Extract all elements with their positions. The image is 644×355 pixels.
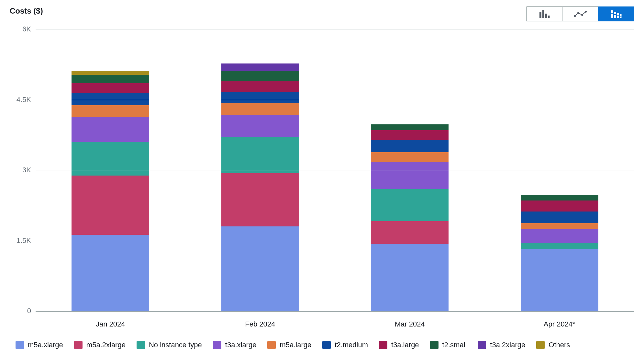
line-chart-button[interactable] <box>562 6 598 21</box>
bar-segment[interactable] <box>72 117 149 142</box>
legend-swatch <box>478 341 486 349</box>
y-tick-label: 1.5K <box>17 236 31 245</box>
bar-segment[interactable] <box>371 124 449 130</box>
bar-segment[interactable] <box>371 162 449 189</box>
x-axis: Jan 2024Feb 2024Mar 2024Apr 2024* <box>36 320 634 328</box>
bar-segment[interactable] <box>221 92 299 103</box>
legend-label: Others <box>549 341 570 349</box>
chart-header: Costs ($) <box>10 6 634 23</box>
bar-segment[interactable] <box>221 81 299 92</box>
legend-swatch <box>74 341 83 349</box>
bar-segment[interactable] <box>221 173 299 226</box>
bar-segment[interactable] <box>72 71 149 75</box>
legend-label: No instance type <box>149 341 202 349</box>
bar-segment[interactable] <box>221 226 299 311</box>
bar-segment[interactable] <box>72 176 149 235</box>
y-tick-label: 3K <box>22 166 31 174</box>
svg-rect-8 <box>611 10 613 18</box>
legend-item[interactable]: t3a.2xlarge <box>478 341 525 349</box>
legend-item[interactable]: m5a.2xlarge <box>74 341 126 349</box>
legend-label: t3a.large <box>391 341 419 349</box>
legend-swatch <box>430 341 439 349</box>
bar-segment[interactable] <box>521 243 598 249</box>
bar-chart-button[interactable] <box>526 6 562 21</box>
legend-item[interactable]: t3a.xlarge <box>213 341 257 349</box>
legend-item[interactable]: m5a.large <box>267 341 311 349</box>
legend-item[interactable]: m5a.xlarge <box>16 341 63 349</box>
svg-rect-13 <box>614 14 616 15</box>
bar-segment[interactable] <box>371 130 449 140</box>
bar-segment[interactable] <box>371 140 449 152</box>
bar-segment[interactable] <box>521 249 598 311</box>
legend-item[interactable]: No instance type <box>137 341 202 349</box>
bar-segment[interactable] <box>72 235 149 311</box>
bar-segment[interactable] <box>221 137 299 174</box>
legend-label: t2.small <box>442 341 467 349</box>
bar-segment[interactable] <box>371 152 449 162</box>
bar-segment[interactable] <box>521 212 598 223</box>
stacked-bar-chart-button[interactable] <box>598 6 634 21</box>
svg-rect-1 <box>542 10 544 18</box>
bar-segment[interactable] <box>371 244 449 311</box>
legend-item[interactable]: t3a.large <box>379 341 419 349</box>
bar-segment[interactable] <box>521 223 598 229</box>
svg-point-6 <box>581 14 583 16</box>
y-axis: 01.5K3K4.5K6K <box>10 29 36 311</box>
grid-line <box>36 29 634 29</box>
chart-container: Costs ($) <box>0 0 644 355</box>
legend-item[interactable]: t2.medium <box>322 341 368 349</box>
bar-segment[interactable] <box>72 93 149 105</box>
svg-point-5 <box>577 12 579 14</box>
legend-label: t3a.xlarge <box>225 341 257 349</box>
y-tick-label: 6K <box>22 25 31 33</box>
bar-segment[interactable] <box>221 115 299 137</box>
grid-line <box>36 241 634 241</box>
svg-rect-0 <box>539 12 541 18</box>
bar-segment[interactable] <box>72 75 149 83</box>
stacked-bar[interactable] <box>221 63 299 311</box>
svg-point-7 <box>585 11 587 13</box>
chart-type-toggle <box>526 6 634 21</box>
legend-label: m5a.large <box>280 341 311 349</box>
bar-segment[interactable] <box>521 200 598 211</box>
legend-swatch <box>267 341 276 349</box>
legend-item[interactable]: t2.small <box>430 341 467 349</box>
legend-label: t3a.2xlarge <box>490 341 525 349</box>
x-tick-label: Mar 2024 <box>335 320 485 328</box>
grid-line <box>36 100 634 100</box>
line-chart-icon <box>574 10 587 17</box>
svg-rect-2 <box>545 14 547 18</box>
svg-rect-12 <box>611 13 613 14</box>
legend-swatch <box>379 341 387 349</box>
stacked-bar[interactable] <box>371 124 449 311</box>
legend: m5a.xlargem5a.2xlargeNo instance typet3a… <box>16 341 634 349</box>
grid-line <box>36 170 634 170</box>
x-tick-label: Feb 2024 <box>185 320 335 328</box>
stacked-bar[interactable] <box>521 195 598 311</box>
y-tick-label: 0 <box>27 307 31 315</box>
svg-point-4 <box>574 15 576 17</box>
bar-segment[interactable] <box>72 105 149 117</box>
bar-chart-icon <box>539 10 550 18</box>
svg-rect-15 <box>620 16 622 17</box>
stacked-bar[interactable] <box>72 71 149 311</box>
bar-segment[interactable] <box>72 142 149 176</box>
legend-swatch <box>213 341 221 349</box>
x-tick-label: Jan 2024 <box>36 320 185 328</box>
bar-segment[interactable] <box>221 71 299 81</box>
stacked-bar-chart-icon <box>611 10 622 18</box>
y-tick-label: 4.5K <box>17 96 31 104</box>
bar-segment[interactable] <box>72 83 149 93</box>
legend-label: t2.medium <box>335 341 368 349</box>
bar-segment[interactable] <box>371 189 449 221</box>
legend-label: m5a.xlarge <box>28 341 63 349</box>
svg-rect-3 <box>548 16 550 18</box>
plot <box>36 29 634 312</box>
bar-segment[interactable] <box>221 103 299 115</box>
legend-swatch <box>137 341 145 349</box>
bar-segment[interactable] <box>521 195 598 200</box>
bar-segment[interactable] <box>221 63 299 71</box>
legend-swatch <box>322 341 331 349</box>
legend-item[interactable]: Others <box>536 341 570 349</box>
legend-label: m5a.2xlarge <box>86 341 126 349</box>
